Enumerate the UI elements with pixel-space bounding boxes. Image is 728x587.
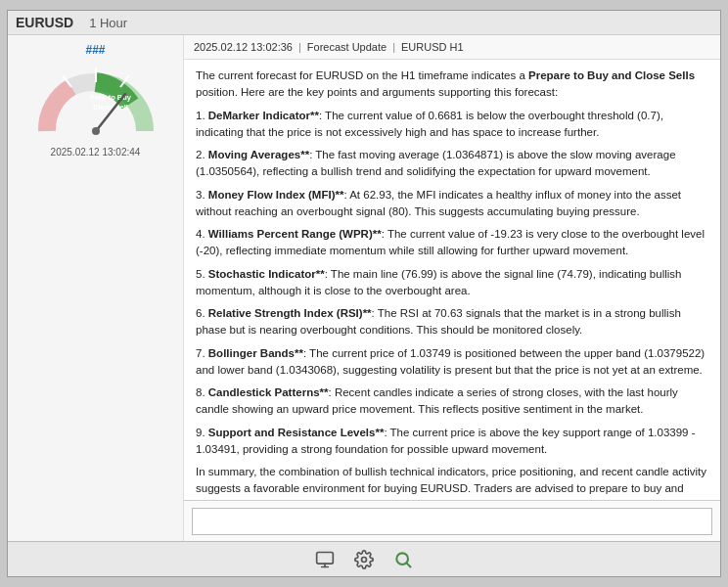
svg-line-12 <box>407 563 411 566</box>
svg-point-6 <box>92 127 100 135</box>
gauge-container: Prep to Buy Close Sell <box>27 63 164 141</box>
forecast-summary: In summary, the combination of bullish t… <box>196 464 708 500</box>
bottom-bar <box>8 541 720 576</box>
top-bar: EURUSD 1 Hour <box>8 11 720 35</box>
forecast-point-9: 9. Support and Resistance Levels**: The … <box>196 425 708 459</box>
search-icon[interactable] <box>393 550 413 569</box>
forecast-point-3: 3. Money Flow Index (MFI)**: At 62.93, t… <box>196 187 708 221</box>
forecast-header: 2025.02.12 13:02:36 | Forecast Update | … <box>184 35 720 60</box>
separator-2: | <box>392 41 395 53</box>
forecast-datetime: 2025.02.12 13:02:36 <box>194 41 293 53</box>
forecast-intro: The current forecast for EURUSD on the H… <box>196 68 708 102</box>
svg-rect-7 <box>317 552 334 564</box>
separator-1: | <box>298 41 301 53</box>
monitor-icon[interactable] <box>315 550 335 569</box>
message-input[interactable] <box>192 508 712 535</box>
symbol-label: EURUSD <box>16 15 73 30</box>
forecast-text-area[interactable]: The current forecast for EURUSD on the H… <box>184 60 720 500</box>
forecast-title: Forecast Update <box>307 41 387 53</box>
forecast-point-7: 7. Bollinger Bands**: The current price … <box>196 345 708 380</box>
timeframe-label: 1 Hour <box>89 16 127 30</box>
right-panel: 2025.02.12 13:02:36 | Forecast Update | … <box>184 35 720 541</box>
left-panel: ### Prep <box>8 35 184 541</box>
forecast-symbol-tf: EURUSD H1 <box>401 41 464 53</box>
forecast-point-2: 2. Moving Averages**: The fast moving av… <box>196 147 708 181</box>
settings-icon[interactable] <box>354 550 374 569</box>
svg-text:Close Sell: Close Sell <box>93 103 128 112</box>
forecast-point-1: 1. DeMarker Indicator**: The current val… <box>196 108 708 142</box>
content-area: ### Prep <box>8 35 720 541</box>
input-area <box>184 500 720 541</box>
forecast-point-8: 8. Candlestick Patterns**: Recent candle… <box>196 384 708 419</box>
gauge-timestamp: 2025.02.12 13:02:44 <box>51 147 141 158</box>
main-window: EURUSD 1 Hour ### <box>7 10 721 577</box>
forecast-point-6: 6. Relative Strength Index (RSI)**: The … <box>196 305 708 339</box>
forecast-point-4: 4. Williams Percent Range (WPR)**: The c… <box>196 226 708 260</box>
svg-point-10 <box>362 557 367 562</box>
forecast-point-5: 5. Stochastic Indicator**: The main line… <box>196 266 708 300</box>
signal-label: ### <box>85 43 105 57</box>
gauge-svg: Prep to Buy Close Sell <box>27 63 164 141</box>
